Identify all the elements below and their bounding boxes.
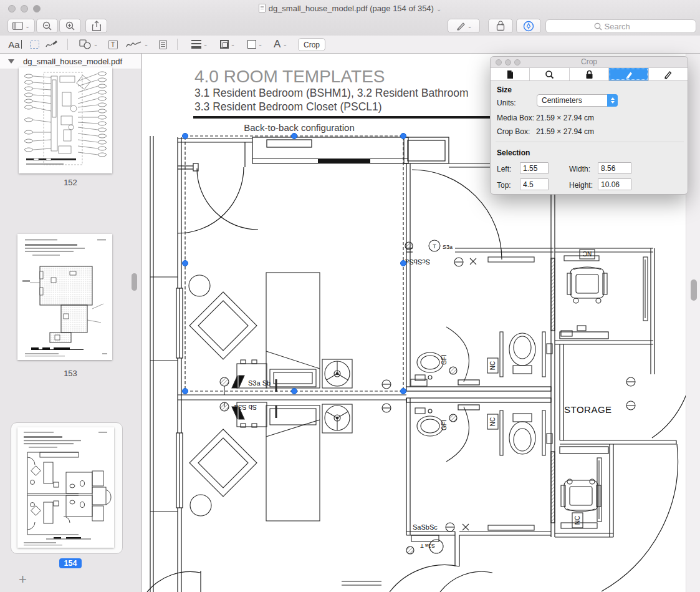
- units-label: Units:: [497, 99, 516, 107]
- page-title: 4.0 ROOM TEMPLATES: [194, 67, 385, 87]
- crop-selection[interactable]: [183, 133, 406, 394]
- main-toolbar: ⌄ ⌄: [0, 17, 700, 36]
- crop-panel-titlebar[interactable]: Crop: [491, 57, 688, 68]
- zoom-out-icon: [42, 21, 52, 31]
- nc-label: NC: [489, 417, 496, 426]
- border-color-tool[interactable]: ⌄: [217, 37, 238, 51]
- switch-row-label-lower: SaSbSc: [413, 523, 438, 531]
- selection-handle[interactable]: [183, 389, 188, 394]
- selection-handle[interactable]: [401, 133, 406, 139]
- rect-selection-tool[interactable]: [27, 37, 41, 51]
- main-scrollbar-thumb[interactable]: [691, 279, 697, 301]
- text-selection-tool[interactable]: Aa: [6, 37, 24, 51]
- note-icon: [159, 40, 167, 49]
- selection-handle[interactable]: [292, 389, 297, 394]
- zoom-in-button[interactable]: [59, 19, 81, 33]
- search-field[interactable]: [545, 19, 696, 33]
- size-section-heading: Size: [497, 85, 512, 94]
- furniture: [189, 240, 648, 554]
- selection-handle[interactable]: [183, 261, 188, 266]
- thermostat-label: S3a T: [420, 543, 435, 549]
- nc-label: NC: [583, 250, 592, 257]
- crop-box-label: Crop Box:: [497, 127, 530, 136]
- top-label: Top:: [497, 181, 511, 190]
- crop-box-value: 21.59 × 27.94 cm: [536, 127, 594, 136]
- page-number-154-badge: 154: [0, 557, 141, 568]
- page-number-153: 153: [0, 369, 141, 378]
- pencil-icon: [663, 70, 673, 79]
- height-label: Height:: [569, 181, 593, 190]
- title-chevron-icon[interactable]: ⌄: [436, 6, 441, 12]
- note-tool[interactable]: [156, 37, 170, 51]
- tab-crop[interactable]: [609, 68, 648, 80]
- selection-handle[interactable]: [401, 389, 406, 394]
- tab-keywords[interactable]: [530, 68, 569, 80]
- tab-annotations[interactable]: [649, 68, 688, 80]
- lock-icon: [585, 70, 593, 79]
- panel-close-button[interactable]: [496, 59, 502, 66]
- page-thumbnail-152[interactable]: [19, 67, 112, 173]
- selection-handle[interactable]: [183, 133, 188, 139]
- rotate-button[interactable]: [488, 19, 513, 33]
- inspector-tabs: [491, 68, 688, 81]
- text-selection-label: Aa: [8, 39, 19, 50]
- fill-color-tool[interactable]: ⌄: [244, 37, 266, 51]
- markup-pen-button[interactable]: ⌄: [448, 19, 480, 33]
- sidebar-view-button[interactable]: ⌄: [7, 19, 35, 33]
- markup-toolbar-toggle-button[interactable]: [516, 19, 541, 33]
- page-subtitle-1: 3.1 Resident Bedroom (BSHM1), 3.2 Reside…: [194, 87, 469, 100]
- sign-tool[interactable]: ⌄: [125, 37, 150, 51]
- width-input[interactable]: [598, 162, 631, 174]
- text-style-tool[interactable]: A ⌄: [271, 37, 290, 51]
- nc-label: NC: [489, 361, 496, 370]
- left-input[interactable]: [520, 162, 549, 174]
- pen-icon: [456, 21, 466, 31]
- page-subtitle-2: 3.3 Resident Bedroom Closet (PSCL1): [194, 100, 382, 114]
- search-icon: [594, 22, 602, 31]
- tab-general-info[interactable]: [491, 68, 530, 80]
- line-style-tool[interactable]: ⌄: [188, 37, 211, 51]
- gfi-label: GFI: [441, 354, 448, 365]
- sketch-tool[interactable]: [44, 37, 60, 51]
- window-titlebar: dg_small_house_model.pdf (page 154 of 35…: [0, 0, 700, 17]
- height-input[interactable]: [598, 178, 631, 190]
- thumbnail-graphic-153: [17, 234, 112, 360]
- panel-minimize-button[interactable]: [505, 59, 511, 66]
- chevron-down-icon: ⌄: [203, 41, 208, 47]
- disclosure-triangle-icon[interactable]: [8, 59, 14, 64]
- thumbnail-graphic-152: [19, 67, 112, 173]
- units-select[interactable]: Centimeters: [537, 94, 618, 107]
- selection-handle[interactable]: [292, 133, 297, 139]
- thumbnail-sidebar: dg_small_house_model.pdf: [0, 54, 141, 592]
- document-proxy-icon: [259, 4, 266, 12]
- add-page-button[interactable]: +: [19, 571, 27, 588]
- gfi-label: GFI: [441, 420, 448, 430]
- markup-toolbar: Aa ⌄ T ⌄ ⌄ ⌄ ⌄: [0, 36, 700, 54]
- s3a-symbol-label: S3a: [443, 244, 453, 250]
- panel-zoom-button[interactable]: [514, 59, 520, 66]
- sidebar-filename: dg_small_house_model.pdf: [23, 57, 122, 66]
- switch-label: S3a Sb: [248, 379, 271, 387]
- zoom-out-button[interactable]: [36, 19, 58, 33]
- tab-encrypt[interactable]: [570, 68, 609, 80]
- crop-tool-button[interactable]: Crop: [298, 38, 325, 51]
- search-input[interactable]: [605, 22, 648, 31]
- switch-label-mirrored: Sb S3a: [234, 404, 257, 411]
- window-title-area[interactable]: dg_small_house_model.pdf (page 154 of 35…: [0, 4, 700, 13]
- share-button[interactable]: [85, 19, 107, 33]
- selection-marquee[interactable]: [185, 136, 403, 391]
- page-thumbnail-154[interactable]: [17, 427, 114, 548]
- stepper-icon[interactable]: [607, 94, 618, 107]
- sidebar-scrollbar-thumb[interactable]: [132, 273, 137, 291]
- text-box-tool[interactable]: T: [106, 37, 120, 51]
- page-number-152: 152: [0, 178, 141, 187]
- fill-color-icon: [247, 40, 256, 49]
- switch-row-label-upper: ScSbSa: [405, 258, 430, 266]
- top-input[interactable]: [520, 178, 549, 190]
- page-thumbnail-153[interactable]: [17, 234, 112, 360]
- shapes-tool[interactable]: ⌄: [77, 37, 100, 51]
- sketch-icon: [46, 40, 58, 49]
- zoom-in-icon: [65, 21, 75, 31]
- selection-handle[interactable]: [401, 261, 406, 266]
- chevron-down-icon: ⌄: [258, 41, 263, 47]
